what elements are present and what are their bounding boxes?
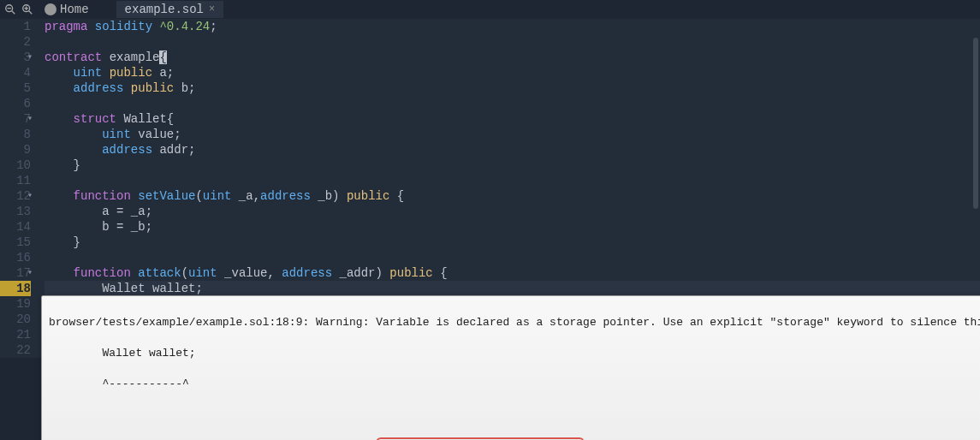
gutter-line: 14 (0, 219, 31, 235)
home-icon (45, 3, 56, 15)
code-line: uint public a; (45, 65, 980, 80)
code-line: b = _b; (45, 219, 980, 235)
gutter-line: 16 (0, 250, 31, 265)
gutter-line: 20 (0, 312, 31, 327)
gutter-line: 5 (0, 80, 31, 96)
code-line: } (45, 235, 980, 250)
fold-icon: ▾ (27, 111, 33, 127)
code-line: pragma solidity ^0.4.24; (45, 19, 980, 34)
scrollbar[interactable] (973, 38, 978, 209)
home-tab[interactable]: Home (38, 3, 96, 16)
gutter-line: 6 (0, 96, 31, 111)
file-tab[interactable]: example.sol × (116, 1, 224, 18)
code-line: address addr; (45, 142, 980, 158)
gutter-line: 21 (0, 327, 31, 342)
warning-tooltip: browser/tests/example/example.sol:18:9: … (41, 295, 980, 440)
file-tab-label: example.sol (125, 3, 204, 16)
code-line: function attack(uint _value, address _ad… (45, 265, 980, 281)
gutter-line-active: 18 (0, 281, 31, 296)
warning-line: Wallet wallet; (49, 346, 980, 361)
gutter-line: 17▾ (0, 265, 31, 281)
gutter-line: 19 (0, 296, 31, 312)
line-gutter: 1 2 3▾ 4 5 6 7▾ 8 9 10 11 12▾ 13 14 15 1… (0, 19, 38, 358)
code-line (45, 34, 980, 50)
code-line (45, 250, 980, 265)
code-line-active: Wallet wallet; (45, 281, 980, 296)
code-line: } (45, 158, 980, 173)
gutter-line: 8 (0, 127, 31, 142)
gutter-line: 15 (0, 235, 31, 250)
zoom-in-icon[interactable] (21, 3, 34, 16)
zoom-out-icon[interactable] (3, 3, 17, 16)
home-label: Home (60, 3, 89, 16)
svg-line-4 (29, 11, 33, 15)
code-line: contract example{ (45, 50, 980, 65)
code-line: uint value; (45, 127, 980, 142)
fold-icon: ▾ (27, 50, 33, 65)
gutter-line: 22 (0, 342, 31, 358)
gutter-line: 11 (0, 173, 31, 188)
gutter-line: 13 (0, 204, 31, 219)
code-line: struct Wallet{ (45, 111, 980, 127)
toolbar: Home example.sol × (0, 0, 980, 19)
gutter-line: 4 (0, 65, 31, 80)
code-line: function setValue(uint _a,address _b) pu… (45, 188, 980, 204)
svg-line-1 (12, 11, 15, 15)
close-icon[interactable]: × (209, 3, 215, 15)
gutter-line: 2 (0, 34, 31, 50)
code-line (45, 96, 980, 111)
warning-line: ^-----------^ (49, 377, 980, 392)
gutter-line: 7▾ (0, 111, 31, 127)
warning-line (49, 407, 980, 423)
gutter-line: 12▾ (0, 188, 31, 204)
gutter-line: 9 (0, 142, 31, 158)
gutter-line: 10 (0, 158, 31, 173)
code-line (45, 173, 980, 188)
fold-icon: ▾ (27, 265, 33, 281)
gutter-line: 3▾ (0, 50, 31, 65)
warning-line: browser/tests/example/example.sol:18:9: … (49, 315, 980, 330)
code-line: address public b; (45, 80, 980, 96)
gutter-line: 1 (0, 19, 31, 34)
fold-icon: ▾ (27, 188, 33, 204)
code-line: a = _a; (45, 204, 980, 219)
